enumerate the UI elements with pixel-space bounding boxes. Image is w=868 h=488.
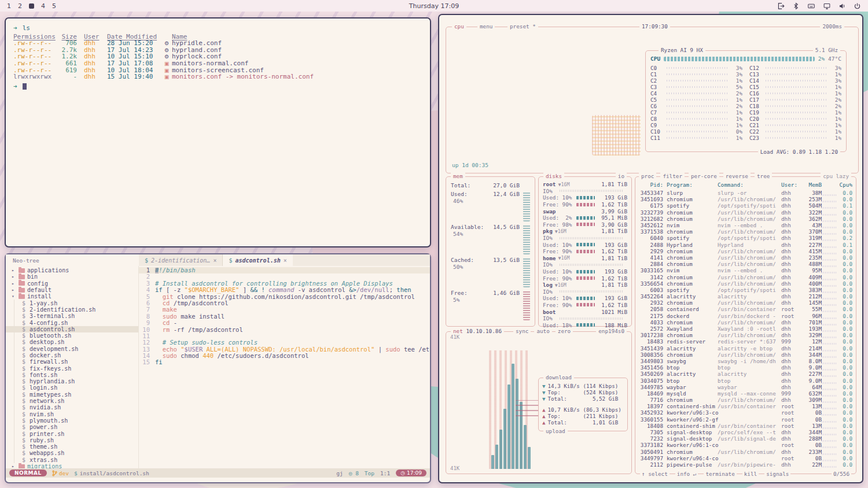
- process-row[interactable]: 3453347 slurp slurp -or dhh 38M 0.0: [639, 190, 852, 196]
- workspace-item[interactable]: 5: [52, 2, 56, 10]
- tree-item[interactable]: $ login.sh: [6, 385, 138, 391]
- proc-tab[interactable]: per-core: [689, 173, 719, 180]
- process-row[interactable]: 3449785 waybar waybar dhh 64M 0.0: [639, 384, 852, 390]
- tab-close-icon[interactable]: ×: [284, 257, 287, 264]
- tree-item[interactable]: $ hyprlandia.sh: [6, 378, 138, 385]
- power-icon[interactable]: [854, 2, 861, 10]
- workspace-item[interactable]: [29, 3, 34, 9]
- process-row[interactable]: 7716 chromium /usr/lib/chromium/ dhh 309…: [639, 397, 852, 403]
- process-row[interactable]: 3452612 nvim nvim --embed . dhh 43M 0.0: [639, 222, 852, 228]
- process-row[interactable]: 18397 containerd-shim /usr/bin/container…: [639, 403, 852, 409]
- process-row[interactable]: 3356654 chromium /usr/lib/chromium/ dhh …: [639, 280, 852, 287]
- tree-item[interactable]: $ 2-identification.sh: [6, 306, 138, 313]
- tree-item[interactable]: $ ruby.sh: [6, 437, 138, 443]
- tree-item[interactable]: $ fix-fkeys.sh: [6, 365, 138, 371]
- process-row[interactable]: 3373182 kworker/u96:1-co root 0B 0.0: [639, 442, 852, 448]
- net-interface[interactable]: enp194s0: [596, 328, 627, 335]
- tree-item[interactable]: $ printer.sh: [6, 430, 138, 437]
- process-row[interactable]: 18408 containerd-shim /usr/bin/container…: [639, 423, 852, 429]
- tree-item[interactable]: ▸ migrations: [6, 463, 138, 468]
- editor-tab[interactable]: $ asdcontrol.sh ×: [223, 254, 292, 266]
- btop-window[interactable]: cpu menu preset * 17:09:30 2000ms up 1d …: [438, 14, 863, 483]
- process-row[interactable]: 3142 chromium /usr/lib/chromium/ dhh 409…: [639, 273, 852, 280]
- process-row[interactable]: 3212682 chromium /usr/lib/chromium/ dhh …: [639, 216, 852, 222]
- neovim-window[interactable]: Neo-tree $ 2-identification… × $ asdcont…: [5, 253, 431, 483]
- process-row[interactable]: 3232739 chromium /usr/lib/chromium/ dhh …: [639, 209, 852, 216]
- process-row[interactable]: 3449803 swaybg swaybg -i /home/dh dhh 8.…: [639, 358, 852, 364]
- volume-icon[interactable]: [838, 2, 846, 10]
- editor-pane[interactable]: 1 #!/bin/bash 2 3 # Install asdco: [139, 266, 430, 468]
- tree-item[interactable]: $ 3-terminal.sh: [6, 313, 138, 319]
- tab-close-icon[interactable]: ×: [213, 257, 216, 264]
- tree-item[interactable]: $ asdcontrol.sh: [6, 326, 138, 332]
- tree-item[interactable]: $ desktop.sh: [6, 339, 138, 345]
- process-row[interactable]: 6040 spotify /opt/spotify/spoti dhh 319M…: [639, 235, 852, 241]
- signals-hint[interactable]: signals: [764, 471, 790, 478]
- tree-item[interactable]: $ firewall.sh: [6, 358, 138, 365]
- keyboard-icon[interactable]: [807, 2, 815, 10]
- tree-item[interactable]: $ xtras.sh: [6, 457, 138, 463]
- proc-sort[interactable]: cpu lazy: [821, 173, 851, 180]
- process-row[interactable]: 3451439 alacritty alacritty -e btop dhh …: [639, 345, 852, 352]
- process-row[interactable]: 3449797 kworker/u96:4-co root 0B 0.0: [639, 455, 852, 461]
- process-row[interactable]: 3050491 chromium /usr/lib/chromium/ dhh …: [639, 449, 852, 455]
- process-row[interactable]: 2112 pipewire-pulse /usr/bin/pipewire- d…: [639, 461, 852, 468]
- tree-item[interactable]: $ 1-yay.sh: [6, 300, 138, 306]
- proc-tab[interactable]: reverse: [723, 173, 751, 180]
- process-row[interactable]: 3008356 chromium /usr/lib/chromium/ dhh …: [639, 352, 852, 358]
- process-row[interactable]: 2932 chromium /usr/lib/chromium/ dhh 145…: [639, 300, 852, 306]
- proc-tab[interactable]: proc: [639, 173, 656, 180]
- net-toggle[interactable]: sync: [513, 328, 531, 335]
- process-row[interactable]: 2572 Xwayland Xwayland :0 -rootl dhh 193…: [639, 326, 852, 332]
- tree-item[interactable]: ▸ applications: [6, 267, 138, 273]
- process-row[interactable]: 7232 signal-desktop /usr/lib/signal-de d…: [639, 435, 852, 442]
- tree-item[interactable]: $ theme.sh: [6, 443, 138, 450]
- display-icon[interactable]: [823, 2, 831, 10]
- terminal-new-prompt[interactable]: ➜: [13, 82, 422, 89]
- proc-tab[interactable]: filter: [660, 173, 685, 180]
- process-row[interactable]: 2175 dockerd /usr/bin/dockerd - root 96M…: [639, 313, 852, 319]
- workspace-item[interactable]: 4: [41, 2, 45, 10]
- process-row[interactable]: 3451456 btop btop dhh 9.0M 0.0: [639, 364, 852, 371]
- workspace-item[interactable]: 2: [18, 2, 22, 10]
- process-row[interactable]: 4033 chromium /usr/lib/chromium/ dhh 701…: [639, 319, 852, 326]
- kill-hint[interactable]: kill: [742, 471, 759, 478]
- info-hint[interactable]: info ↵: [675, 471, 698, 478]
- io-toggle[interactable]: io: [616, 173, 627, 180]
- process-row[interactable]: 2884 chromium /usr/lib/chromium/ dhh 488…: [639, 261, 852, 267]
- process-row[interactable]: 3450269 alacritty alacritty dhh 227M 0.0: [639, 371, 852, 377]
- terminal-window[interactable]: ➜ls Permissions Size User Date Modified …: [5, 17, 431, 247]
- cpu-box-label[interactable]: cpu: [452, 23, 466, 30]
- process-row[interactable]: 3017238 chromium /usr/lib/chromium/ dhh …: [639, 332, 852, 338]
- terminate-hint[interactable]: terminate: [704, 471, 736, 478]
- workspace-item[interactable]: 1: [7, 2, 11, 10]
- process-row[interactable]: 6175 spotify /opt/spotify/spoti dhh 504M…: [639, 202, 852, 209]
- tree-item[interactable]: $ plymouth.sh: [6, 417, 138, 424]
- process-row[interactable]: 4141 chromium /usr/lib/chromium/ dhh 235…: [639, 254, 852, 261]
- tree-item[interactable]: ▸ bin: [6, 273, 138, 280]
- tree-item[interactable]: $ bluetooth.sh: [6, 332, 138, 339]
- process-row[interactable]: 18483 redis-server redis-server *:637 99…: [639, 338, 852, 345]
- tree-item[interactable]: $ mimetypes.sh: [6, 391, 138, 398]
- process-row[interactable]: 3452932 kworker/u96:3-co root 0B 0.0: [639, 409, 852, 416]
- tree-item[interactable]: $ network.sh: [6, 398, 138, 404]
- tree-item[interactable]: $ fonts.sh: [6, 372, 138, 378]
- tree-item[interactable]: ▾ install: [6, 293, 138, 300]
- disks-box-label[interactable]: disks: [543, 173, 564, 180]
- tree-item[interactable]: ▸ config: [6, 280, 138, 287]
- refresh-interval[interactable]: 2000ms: [820, 23, 844, 30]
- tree-item[interactable]: $ nvim.sh: [6, 411, 138, 417]
- process-row[interactable]: 3371538 chromium /usr/lib/chromium/ dhh …: [639, 228, 852, 235]
- process-row[interactable]: 6003 spotify /opt/spotify/spoti dhh 383M…: [639, 287, 852, 293]
- tree-item[interactable]: ▸ default: [6, 287, 138, 293]
- process-row[interactable]: 3452264 alacritty alacritty dhh 212M 0.0: [639, 293, 852, 300]
- logout-icon[interactable]: [777, 2, 785, 10]
- tree-item[interactable]: $ 4-config.sh: [6, 319, 138, 326]
- process-row[interactable]: 18469 mysqld mysqld --max-conne 999 632M…: [639, 390, 852, 397]
- tree-item[interactable]: $ development.sh: [6, 346, 138, 352]
- process-row[interactable]: 3360155 kworker/u96:2-gf root 0B 0.0: [639, 416, 852, 423]
- net-toggle[interactable]: auto: [534, 328, 551, 335]
- editor-tab[interactable]: $ 2-identification… ×: [139, 254, 223, 266]
- menu-button[interactable]: menu: [477, 23, 495, 30]
- select-hint[interactable]: ↑ select: [640, 471, 670, 478]
